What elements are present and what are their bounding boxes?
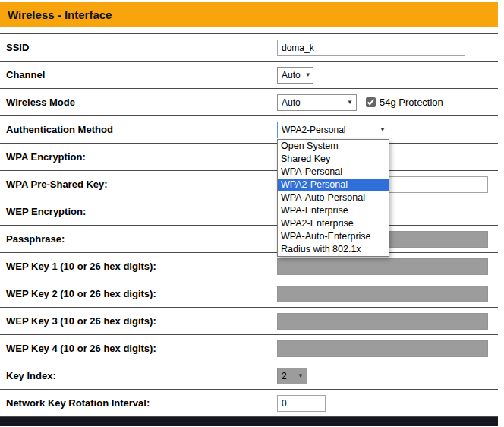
- key-index-select: 2 ▼: [277, 368, 307, 384]
- wireless-interface-page: Wireless - Interface SSID Channel Auto ▼…: [0, 0, 504, 427]
- 54g-protection-label: 54g Protection: [380, 96, 443, 108]
- wep-key-4-label: WEP Key 4 (10 or 26 hex digits):: [0, 343, 277, 354]
- page-title: Wireless - Interface: [8, 8, 112, 21]
- form-row-wep-key-2: WEP Key 2 (10 or 26 hex digits):: [0, 280, 498, 308]
- wep-key-1-label: WEP Key 1 (10 or 26 hex digits):: [0, 261, 277, 272]
- form-row-auth-method: Authentication Method WPA2-Personal ▼: [0, 116, 498, 144]
- form-row-key-rotation: Network Key Rotation Interval:: [0, 390, 498, 417]
- form-row-wep-key-3: WEP Key 3 (10 or 26 hex digits):: [0, 308, 498, 335]
- dropdown-option-selected[interactable]: WPA2-Personal: [278, 179, 389, 191]
- dropdown-option[interactable]: WPA-Auto-Personal: [278, 191, 389, 204]
- auth-method-dropdown: Open System Shared Key WPA-Personal WPA2…: [277, 139, 389, 257]
- form-row-ssid: SSID: [0, 34, 498, 62]
- wpa-encryption-label: WPA Encryption:: [0, 151, 277, 163]
- dropdown-option[interactable]: Open System: [278, 140, 389, 153]
- wireless-mode-select-value: Auto: [282, 97, 301, 108]
- wep-key-4-input: [277, 340, 488, 357]
- wep-key-3-input: [277, 313, 488, 330]
- form-row-channel: Channel Auto ▼: [0, 62, 498, 89]
- form-row-wep-key-1: WEP Key 1 (10 or 26 hex digits):: [0, 253, 498, 280]
- dropdown-option[interactable]: WPA-Enterprise: [278, 204, 389, 217]
- dropdown-option[interactable]: WPA-Personal: [278, 166, 389, 179]
- auth-method-label: Authentication Method: [0, 124, 277, 135]
- form-row-wep-key-4: WEP Key 4 (10 or 26 hex digits):: [0, 335, 498, 362]
- form-row-wireless-mode: Wireless Mode Auto ▼ 54g Protection: [0, 89, 498, 116]
- wep-encryption-label: WEP Encryption:: [0, 206, 277, 217]
- ssid-input[interactable]: [277, 40, 465, 56]
- key-rotation-label: Network Key Rotation Interval:: [0, 397, 277, 409]
- wep-key-2-input: [277, 286, 488, 302]
- auth-method-select[interactable]: WPA2-Personal ▼: [277, 122, 389, 138]
- footer-bar: [0, 417, 498, 426]
- form-row-wep-encryption: WEP Encryption:: [0, 198, 498, 226]
- page-header: Wireless - Interface: [0, 2, 498, 27]
- wireless-mode-select[interactable]: Auto ▼: [277, 94, 357, 111]
- form-row-wpa-encryption: WPA Encryption:: [0, 144, 498, 171]
- key-rotation-input[interactable]: [277, 395, 326, 412]
- form-row-key-index: Key Index: 2 ▼: [0, 362, 498, 390]
- ssid-label: SSID: [0, 42, 277, 53]
- auth-method-select-value: WPA2-Personal: [282, 125, 345, 135]
- wireless-mode-label: Wireless Mode: [0, 96, 277, 108]
- wep-key-3-label: WEP Key 3 (10 or 26 hex digits):: [0, 315, 277, 327]
- dropdown-option[interactable]: Radius with 802.1x: [278, 243, 389, 256]
- form-row-wpa-psk: WPA Pre-Shared Key:: [0, 171, 498, 198]
- 54g-protection-checkbox[interactable]: [366, 97, 376, 107]
- dropdown-option[interactable]: WPA2-Enterprise: [278, 217, 389, 230]
- form-row-passphrase: Passphrase:: [0, 226, 498, 253]
- chevron-down-icon: ▼: [380, 126, 386, 133]
- wep-key-1-input: [277, 258, 488, 275]
- channel-label: Channel: [0, 69, 277, 81]
- passphrase-label: Passphrase:: [0, 233, 277, 245]
- channel-select[interactable]: Auto ▼: [277, 67, 313, 84]
- wep-key-2-label: WEP Key 2 (10 or 26 hex digits):: [0, 288, 277, 299]
- key-index-label: Key Index:: [0, 370, 277, 381]
- dropdown-option[interactable]: Shared Key: [278, 153, 389, 166]
- settings-table: SSID Channel Auto ▼ Wireless Mode Auto ▼: [0, 33, 498, 417]
- chevron-down-icon: ▼: [298, 372, 304, 379]
- wpa-psk-label: WPA Pre-Shared Key:: [0, 179, 277, 190]
- chevron-down-icon: ▼: [305, 71, 311, 78]
- chevron-down-icon: ▼: [347, 99, 353, 106]
- dropdown-option[interactable]: WPA-Auto-Enterprise: [278, 230, 389, 243]
- channel-select-value: Auto: [282, 70, 301, 81]
- key-index-select-value: 2: [282, 371, 287, 381]
